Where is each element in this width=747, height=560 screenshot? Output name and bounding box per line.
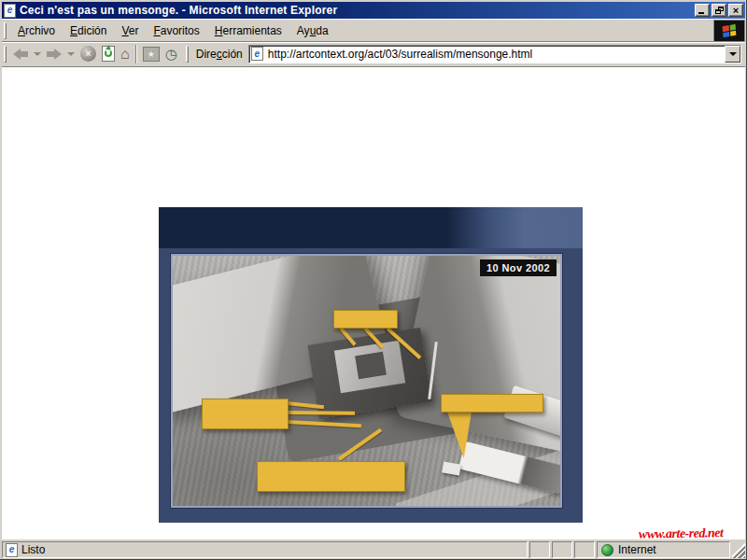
ie-document-icon: e [6, 543, 18, 557]
address-label: Dirección [192, 48, 248, 61]
history-button[interactable]: ◷ [162, 44, 180, 64]
home-button[interactable]: ⌂ [118, 44, 133, 64]
restore-icon [715, 7, 724, 14]
status-text: Listo [21, 543, 45, 556]
satellite-photo: 10 Nov 2002 [171, 254, 562, 508]
toolbar-separator [135, 45, 137, 63]
windows-flag-icon [723, 23, 737, 36]
forward-dropdown-icon[interactable] [67, 52, 75, 56]
chevron-down-icon [729, 52, 737, 56]
photo-vehicle [442, 461, 461, 475]
slide-body: 10 Nov 2002 [159, 248, 583, 523]
refresh-button[interactable] [99, 44, 118, 64]
window-title: Ceci n'est pas un mensonge. - Microsoft … [20, 4, 337, 17]
minimize-icon [698, 12, 704, 14]
resize-grip[interactable] [732, 541, 745, 558]
close-button[interactable]: × [728, 4, 743, 17]
forward-arrow-icon [47, 49, 62, 60]
close-icon: × [733, 6, 739, 15]
status-pane-empty [529, 541, 550, 558]
security-zone-pane: Internet [597, 541, 730, 558]
callout-box-top [333, 310, 398, 329]
refresh-icon [102, 46, 115, 62]
callout-box-bottom [257, 461, 405, 492]
stop-icon: × [80, 46, 96, 62]
ie-document-icon: e [4, 4, 16, 18]
toolbar: × ⌂ ★ ◷ Dirección e http://artcontext.or… [2, 41, 745, 65]
callout-line [287, 411, 355, 415]
favorites-icon: ★ [143, 47, 160, 62]
status-pane-empty [552, 541, 572, 558]
back-button[interactable] [10, 44, 31, 64]
menu-herramientas[interactable]: Herramientas [207, 21, 289, 40]
ie-throbber [713, 20, 745, 42]
menu-ver[interactable]: Ver [114, 21, 146, 40]
slide-header-band [159, 207, 583, 248]
address-bar-grip[interactable] [186, 46, 189, 63]
callout-box-left [202, 399, 289, 429]
back-arrow-icon [13, 49, 28, 60]
menu-archivo[interactable]: Archivo [10, 21, 63, 40]
favorites-button[interactable]: ★ [140, 44, 162, 64]
status-pane-empty [574, 541, 595, 558]
minimize-button[interactable] [695, 4, 710, 17]
page-content: 10 Nov 2002 [2, 66, 745, 539]
back-dropdown-icon[interactable] [34, 52, 41, 56]
page-icon: e [251, 47, 263, 61]
restore-button[interactable] [712, 4, 726, 17]
slide-image: 10 Nov 2002 [159, 207, 583, 523]
title-bar[interactable]: e Ceci n'est pas un mensonge. - Microsof… [2, 2, 745, 19]
globe-icon [601, 544, 613, 556]
home-icon: ⌂ [120, 47, 130, 62]
address-field[interactable]: e http://artcontext.org/act/03/surrealis… [248, 45, 741, 63]
zone-text: Internet [618, 543, 656, 556]
toolbar-grip[interactable] [4, 46, 7, 63]
history-icon: ◷ [165, 47, 177, 61]
photo-roof-structure [355, 352, 387, 379]
forward-button[interactable] [44, 44, 64, 64]
date-stamp: 10 Nov 2002 [480, 259, 557, 276]
status-bar: e Listo Internet [2, 539, 745, 558]
menu-edicion[interactable]: Edición [63, 21, 114, 40]
callout-box-right [441, 394, 543, 413]
watermark: www.arte-red.net [639, 525, 724, 542]
stop-button[interactable]: × [78, 44, 99, 64]
address-url[interactable]: http://artcontext.org/act/03/surrealism/… [268, 48, 532, 61]
window-controls: × [695, 4, 743, 17]
status-message-pane: e Listo [2, 541, 528, 558]
menu-grip[interactable] [4, 22, 7, 39]
menu-favoritos[interactable]: Favoritos [146, 21, 206, 40]
menu-bar: Archivo Edición Ver Favoritos Herramient… [2, 19, 745, 41]
address-dropdown-button[interactable] [725, 46, 740, 63]
menu-ayuda[interactable]: Ayuda [289, 21, 336, 40]
browser-window: e Ceci n'est pas un mensonge. - Microsof… [0, 0, 747, 560]
